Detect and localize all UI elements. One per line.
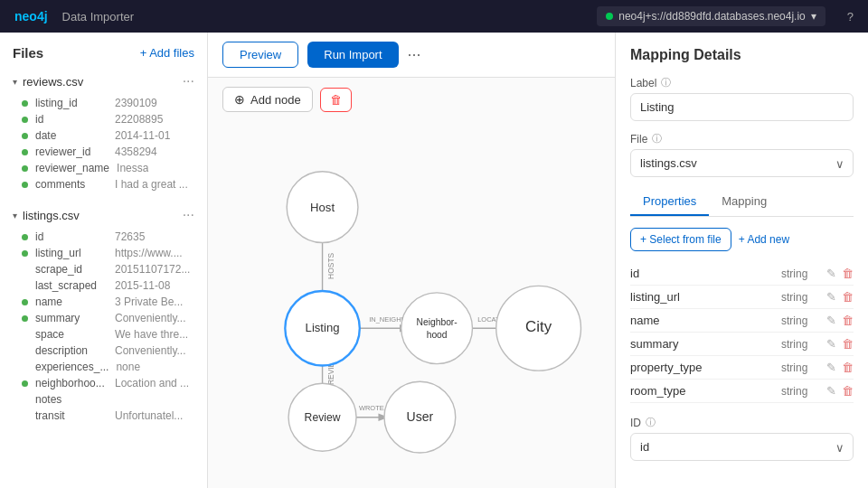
row-dot — [22, 100, 28, 107]
list-item: listing_url https://www.... — [0, 245, 207, 261]
row-key: space — [35, 328, 108, 341]
edit-icon[interactable]: ✎ — [826, 384, 836, 398]
delete-button[interactable]: 🗑 — [320, 88, 352, 112]
row-key: comments — [35, 178, 108, 191]
node-listing-label: Listing — [306, 321, 340, 334]
file-header-left: ▾ reviews.csv — [13, 75, 83, 89]
id-section: ID ⓘ id ∨ — [630, 416, 854, 461]
file-rows: listing_id 2390109 id 22208895 date 2014… — [0, 95, 207, 198]
delete-icon[interactable]: 🗑 — [842, 267, 854, 280]
row-dot — [22, 250, 28, 257]
row-key: listing_id — [35, 97, 108, 109]
row-dot — [22, 267, 28, 273]
sidebar-title: Files — [13, 45, 43, 61]
list-item: reviewer_name Inessa — [0, 160, 207, 176]
property-name: room_type — [630, 384, 781, 398]
tab-properties[interactable]: Properties — [630, 188, 709, 216]
add-files-button[interactable]: + Add files — [140, 46, 194, 60]
list-item: date 2014-11-01 — [0, 127, 207, 144]
property-type: string — [781, 291, 826, 304]
property-type: string — [781, 267, 826, 280]
edit-icon[interactable]: ✎ — [826, 267, 836, 280]
select-from-file-button[interactable]: + Select from file — [630, 228, 731, 251]
row-key: summary — [35, 312, 108, 324]
row-dot — [22, 332, 28, 338]
file-select[interactable]: listings.csv — [630, 149, 854, 177]
property-actions: ✎ 🗑 — [826, 267, 854, 280]
preview-button[interactable]: Preview — [222, 42, 298, 68]
panel-title: Mapping Details — [630, 47, 854, 63]
db-selector[interactable]: neo4j+s://dd889dfd.databases.neo4j.io ▾ — [597, 6, 826, 26]
delete-icon[interactable]: 🗑 — [842, 337, 854, 351]
topbar: neo4j Data Importer neo4j+s://dd889dfd.d… — [0, 0, 868, 33]
edge-wrote-label: WROTE — [359, 404, 384, 412]
row-dot — [22, 283, 28, 289]
row-value: I had a great ... — [115, 178, 188, 191]
file-more-icon[interactable]: ··· — [183, 73, 194, 89]
chevron-down-icon: ▾ — [13, 211, 17, 221]
label-field: Label ⓘ — [630, 76, 854, 121]
file-header[interactable]: ▾ reviews.csv ··· — [0, 68, 207, 95]
more-options-button[interactable]: ··· — [408, 42, 421, 68]
list-item: id 72635 — [0, 229, 207, 245]
row-key: experiences_... — [35, 361, 108, 373]
property-row: property_type string ✎ 🗑 — [630, 356, 854, 380]
list-item: comments I had a great ... — [0, 176, 207, 192]
add-new-button[interactable]: + Add new — [739, 228, 789, 251]
property-row: room_type string ✎ 🗑 — [630, 380, 854, 403]
file-info-icon[interactable]: ⓘ — [652, 132, 662, 145]
list-item: reviewer_id 4358294 — [0, 144, 207, 160]
file-name: reviews.csv — [23, 75, 83, 89]
edit-icon[interactable]: ✎ — [826, 290, 836, 304]
db-label: neo4j+s://dd889dfd.databases.neo4j.io — [618, 10, 806, 23]
property-actions: ✎ 🗑 — [826, 314, 854, 327]
row-value: 2014-11-01 — [115, 129, 170, 142]
file-more-icon[interactable]: ··· — [183, 207, 194, 223]
delete-icon[interactable]: 🗑 — [842, 384, 854, 398]
add-node-button[interactable]: ⊕ Add node — [222, 87, 313, 112]
node-user-label: User — [407, 409, 434, 424]
list-item: description Conveniently... — [0, 343, 207, 359]
help-icon[interactable]: ? — [847, 10, 854, 23]
row-value: 2015-11-08 — [115, 279, 170, 292]
property-row: name string ✎ 🗑 — [630, 309, 854, 333]
tab-mapping[interactable]: Mapping — [709, 188, 779, 216]
row-dot — [22, 182, 28, 188]
delete-icon[interactable]: 🗑 — [842, 290, 854, 304]
row-dot — [22, 117, 28, 123]
edit-icon[interactable]: ✎ — [826, 361, 836, 374]
run-import-button[interactable]: Run Import — [307, 42, 398, 68]
label-info-icon[interactable]: ⓘ — [661, 76, 671, 89]
file-header[interactable]: ▾ listings.csv ··· — [0, 202, 207, 229]
row-value: 72635 — [115, 230, 145, 243]
main-toolbar-left: Preview Run Import ··· — [222, 42, 421, 68]
row-dot — [22, 165, 28, 172]
list-item: space We have thre... — [0, 326, 207, 343]
list-item: last_scraped 2015-11-08 — [0, 277, 207, 294]
row-dot — [22, 315, 28, 322]
id-info-icon[interactable]: ⓘ — [646, 416, 656, 429]
node-neighborhood-label: Neighbor- — [417, 317, 458, 327]
label-input[interactable] — [630, 93, 854, 121]
search-icon: ⊕ — [234, 92, 245, 107]
canvas-toolbar: ⊕ Add node 🗑 — [208, 78, 615, 121]
sidebar-header: Files + Add files — [0, 33, 207, 68]
list-item: experiences_... none — [0, 359, 207, 375]
id-select[interactable]: id — [630, 433, 854, 461]
delete-icon[interactable]: 🗑 — [842, 314, 854, 327]
row-value: 4358294 — [115, 145, 157, 158]
node-neighborhood[interactable] — [401, 293, 473, 364]
row-key: reviewer_name — [35, 162, 109, 174]
row-value: Conveniently... — [115, 344, 186, 357]
property-row: summary string ✎ 🗑 — [630, 333, 854, 356]
row-key: name — [35, 296, 108, 308]
delete-icon[interactable]: 🗑 — [842, 361, 854, 374]
right-panel: Mapping Details Label ⓘ File ⓘ listings.… — [615, 33, 868, 488]
edge-hosts-label: HOSTS — [326, 252, 335, 278]
list-item: notes — [0, 391, 207, 408]
sidebar: Files + Add files ▾ reviews.csv ··· list… — [0, 33, 208, 488]
edit-icon[interactable]: ✎ — [826, 337, 836, 351]
graph-canvas[interactable]: HOSTS IN_NEIGHBORHOOD LOCATED_IN REVIEWS… — [208, 121, 615, 488]
edit-icon[interactable]: ✎ — [826, 314, 836, 327]
row-key: neighborhoo... — [35, 377, 108, 389]
